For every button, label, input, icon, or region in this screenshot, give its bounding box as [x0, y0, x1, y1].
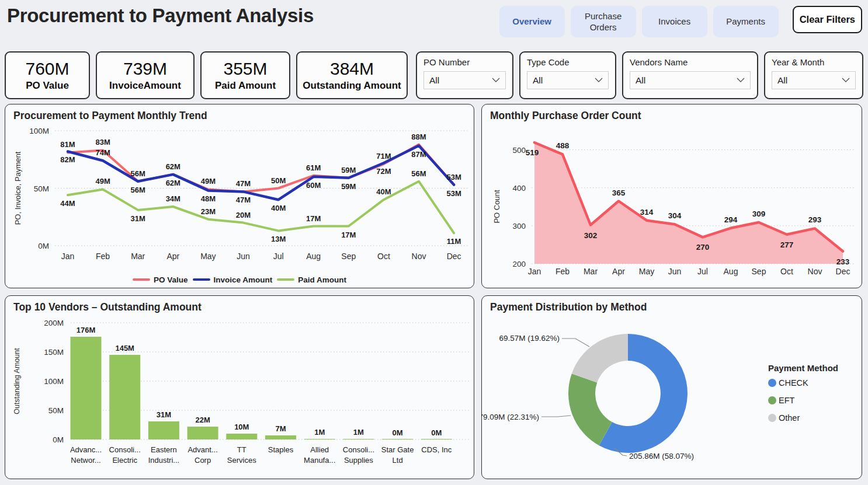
payment-method-title: Payment Distribution by Method — [482, 296, 862, 315]
chart-text: 0M — [393, 428, 403, 437]
chart-text: PO, Invoice, Payment — [13, 151, 22, 225]
chart-text: Jan — [61, 252, 75, 261]
bar-star-gate[interactable] — [382, 439, 413, 439]
chart-text: 59M — [341, 166, 356, 175]
legend-swatch — [193, 278, 210, 281]
legend-label: Paid Amount — [298, 275, 346, 284]
legend-item-invoice-amount[interactable]: Invoice Amount — [193, 275, 273, 284]
nav-tab-payments[interactable]: Payments — [713, 6, 779, 37]
po-count-title: Monthly Purchase Order Count — [482, 104, 862, 123]
chart-text: 488 — [556, 141, 570, 150]
chart-text: Jul — [273, 252, 284, 261]
chart-text: Corp — [195, 456, 211, 465]
line-invoice-amount[interactable] — [68, 146, 454, 200]
nav-tab-purchase-orders[interactable]: Purchase Orders — [571, 6, 636, 37]
po-count-area-chart[interactable]: 200300400500PO CountJanFebMarAprMayJunJu… — [482, 123, 862, 280]
clear-filters-button[interactable]: Clear Filters — [793, 6, 862, 33]
line-po-value[interactable] — [68, 145, 454, 192]
chart-text: 314 — [640, 208, 654, 217]
bar-eastern[interactable] — [148, 421, 179, 439]
bar-cds-inc[interactable] — [421, 439, 452, 439]
chart-text: 79.09M (22.31%) — [482, 413, 539, 421]
po-number-dropdown[interactable]: All — [423, 71, 506, 89]
legend-item-paid-amount[interactable]: Paid Amount — [277, 275, 346, 284]
chart-text: 10M — [234, 423, 249, 431]
dropdown-value: All — [777, 75, 787, 86]
chart-text: Aug — [724, 267, 738, 276]
chart-text: Aug — [306, 252, 321, 261]
bar-staples[interactable] — [265, 435, 296, 439]
chart-text: CDS, Inc — [421, 445, 452, 454]
chart-text: 61M — [306, 163, 321, 172]
chart-text: Sep — [341, 252, 356, 261]
nav-tab-overview[interactable]: Overview — [499, 6, 565, 37]
nav-tab-invoices[interactable]: Invoices — [642, 6, 707, 37]
payment-method-donut-chart[interactable]: 69.57M (19.62%)79.09M (22.31%)205.86M (5… — [482, 315, 862, 479]
chart-text: CHECK — [779, 378, 808, 388]
kpi-card-po-value: 760M PO Value — [5, 51, 90, 99]
chart-text: 62M — [166, 162, 180, 171]
year-month-dropdown[interactable]: All — [772, 71, 856, 89]
kpi-card-outstanding-amount: 384M Outstanding Amount — [296, 51, 408, 99]
bar-allied[interactable] — [304, 439, 335, 439]
type-code-dropdown[interactable]: All — [527, 71, 609, 89]
chart-text: Oct — [780, 267, 793, 276]
header: Procurement to Payment Analysis Overview… — [0, 0, 868, 51]
chart-text: 31M — [157, 410, 171, 419]
vendors-name-dropdown[interactable]: All — [630, 71, 751, 89]
chart-text: Outstanding Amount — [13, 348, 21, 414]
chart-text: Consoli... — [343, 445, 374, 454]
chart-text: TT — [237, 445, 246, 454]
legend-dot-eft[interactable] — [768, 396, 776, 404]
chevron-down-icon — [595, 78, 603, 83]
kpi-label: InvoiceAmount — [109, 80, 181, 92]
kpi-label: PO Value — [26, 80, 69, 92]
chart-text: 72M — [376, 167, 391, 176]
monthly-trend-line-chart[interactable]: 0M50M100MPO, Invoice, PaymentJanFebMarAp… — [5, 123, 474, 271]
chart-text: 47M — [236, 196, 251, 204]
chart-text: Jul — [697, 267, 708, 276]
chart-text: 145M — [115, 344, 134, 353]
bar-consoli-[interactable] — [109, 355, 140, 439]
chevron-down-icon — [842, 78, 850, 83]
chart-text: Feb — [96, 252, 110, 261]
panel-top-vendors: Top 10 Vendors – Outstanding Amount 0M50… — [5, 295, 474, 479]
panel-po-count: Monthly Purchase Order Count 20030040050… — [481, 104, 862, 288]
legend-label: Invoice Amount — [214, 275, 273, 284]
chart-text: Manufa... — [304, 456, 335, 465]
kpi-card-paid-amount: 355M Paid Amount — [200, 51, 290, 99]
legend-item-po-value[interactable]: PO Value — [133, 275, 188, 284]
chart-text: Ltd — [393, 456, 403, 465]
legend-dot-other[interactable] — [768, 414, 776, 422]
chart-text: Other — [779, 413, 800, 423]
legend-dot-check[interactable] — [768, 379, 776, 387]
chart-text: 34M — [166, 194, 180, 203]
legend-label: PO Value — [154, 275, 188, 284]
top-vendors-bar-chart[interactable]: 0M50M100M150M200MOutstanding Amount176M1… — [5, 315, 474, 479]
chart-text: 23M — [201, 207, 216, 216]
legend-swatch — [133, 278, 150, 281]
chart-text: 0M — [53, 435, 64, 444]
chart-text: Apr — [166, 252, 179, 261]
chart-text: PO Count — [492, 190, 501, 223]
bar-tt[interactable] — [226, 434, 257, 439]
chart-text: 74M — [95, 148, 110, 157]
top-vendors-title: Top 10 Vendors – Outstanding Amount — [5, 296, 474, 315]
kpi-value: 355M — [223, 59, 267, 78]
chart-text: Dec — [836, 267, 850, 276]
kpi-label: Paid Amount — [215, 80, 276, 92]
chart-text: Payment Method — [768, 363, 838, 373]
filter-type-code: Type Code All — [519, 51, 616, 99]
chart-text: Industri... — [148, 456, 179, 465]
chart-text: 56M — [131, 186, 145, 194]
chart-text: 44M — [60, 199, 75, 208]
chart-text: Sep — [752, 267, 766, 276]
chart-text: 1M — [353, 428, 364, 437]
chart-text: 200M — [44, 319, 64, 327]
bar-advant-[interactable] — [188, 427, 218, 439]
chart-text: Consoli... — [109, 445, 141, 454]
chart-text: 53M — [446, 189, 461, 198]
bar-consoli-[interactable] — [343, 439, 374, 439]
chart-text: Networ... — [71, 456, 100, 465]
bar-advanc-[interactable] — [71, 337, 102, 439]
